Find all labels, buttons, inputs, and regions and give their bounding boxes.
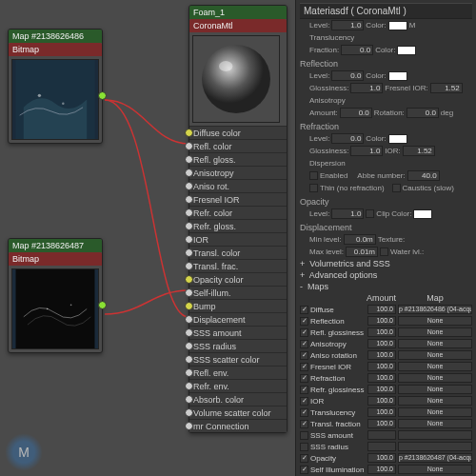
output-socket[interactable] (98, 301, 107, 309)
ior-spinner[interactable]: 1.52 (403, 146, 435, 156)
map-amount-spinner[interactable]: 100.0 (367, 350, 396, 360)
slot-sss-radius[interactable]: SSS radius (189, 339, 287, 352)
map-slot-button[interactable]: None (398, 316, 472, 326)
clip-checkbox[interactable] (366, 209, 374, 218)
slot-ior[interactable]: IOR (189, 232, 287, 246)
water-checkbox[interactable] (380, 248, 388, 256)
slot-transl-color[interactable]: Transl. color (189, 246, 287, 259)
input-socket[interactable] (185, 248, 193, 257)
maps-rollout[interactable]: - Maps (300, 281, 472, 292)
map-enable-checkbox[interactable]: ✓ (300, 328, 308, 337)
map-enable-checkbox[interactable]: ✓ (300, 420, 308, 428)
input-socket[interactable] (185, 235, 193, 244)
opacity-color-swatch[interactable] (413, 209, 432, 219)
input-socket[interactable] (185, 129, 193, 137)
input-socket[interactable] (185, 395, 193, 404)
refr-color-swatch[interactable] (388, 134, 407, 144)
input-socket[interactable] (185, 342, 193, 350)
input-socket[interactable] (185, 195, 193, 204)
bitmap-node-1[interactable]: Map #2138626486 Bitmap (8, 29, 103, 144)
slot-refl-env-[interactable]: Refl. env. (189, 366, 287, 379)
map-amount-spinner[interactable]: 100.0 (367, 465, 396, 474)
slot-fresnel-ior[interactable]: Fresnel IOR (189, 192, 287, 206)
level-spinner[interactable]: 1.0 (331, 20, 364, 30)
input-socket[interactable] (185, 155, 193, 164)
map-slot-button[interactable]: None (398, 419, 472, 428)
map-slot-button[interactable]: None (398, 327, 472, 337)
slot-refr-color[interactable]: Refr. color (189, 206, 287, 219)
map-amount-spinner[interactable]: 100.0 (367, 396, 396, 406)
map-enable-checkbox[interactable]: ✓ (300, 374, 308, 383)
input-socket[interactable] (185, 182, 193, 190)
map-amount-spinner[interactable] (367, 442, 396, 451)
slot-sss-scatter-color[interactable]: SSS scatter color (189, 352, 287, 366)
output-socket[interactable] (98, 91, 107, 100)
slot-refl-color[interactable]: Refl. color (189, 139, 287, 152)
map-enable-checkbox[interactable]: ✓ (300, 340, 308, 348)
opacity-spinner[interactable]: 1.0 (331, 208, 364, 219)
map-amount-spinner[interactable]: 100.0 (367, 373, 396, 383)
map-enable-checkbox[interactable]: ✓ (300, 351, 308, 360)
map-enable-checkbox[interactable]: ✓ (300, 386, 308, 394)
slot-transl-frac-[interactable]: Transl. frac. (189, 259, 287, 272)
map-amount-spinner[interactable]: 100.0 (367, 327, 396, 337)
map-enable-checkbox[interactable] (300, 431, 308, 440)
input-socket[interactable] (185, 275, 193, 284)
map-slot-button[interactable]: None (398, 407, 472, 417)
map-enable-checkbox[interactable]: ✓ (300, 408, 308, 417)
map-enable-checkbox[interactable]: ✓ (300, 363, 308, 371)
dispersion-checkbox[interactable] (309, 171, 318, 180)
input-socket[interactable] (185, 328, 193, 337)
refl-gloss-spinner[interactable]: 1.0 (350, 83, 383, 93)
map-slot-button[interactable]: None (398, 465, 472, 474)
input-socket[interactable] (185, 288, 193, 297)
map-slot-button[interactable]: p #2138626487 (04-acqua-Hi.b (398, 453, 472, 463)
input-socket[interactable] (185, 382, 193, 390)
fresnel-spinner[interactable]: 1.52 (430, 83, 463, 93)
material-node[interactable]: Foam_1 CoronaMtl Diffuse colorRefl. colo… (188, 5, 288, 433)
input-socket[interactable] (185, 315, 193, 324)
slot-anisotropy[interactable]: Anisotropy (189, 166, 287, 179)
slot-refr-env-[interactable]: Refr. env. (189, 379, 287, 392)
disp-max-spinner[interactable]: 0.01m (346, 247, 378, 257)
slot-diffuse-color[interactable]: Diffuse color (189, 126, 287, 139)
advanced-rollout[interactable]: + Advanced options (300, 269, 472, 281)
map-slot-button[interactable]: p #2138626486 (04-acqua-Hi.jp (398, 305, 472, 314)
map-slot-button[interactable]: None (398, 373, 472, 383)
map-slot-button[interactable]: None (398, 362, 472, 371)
input-socket[interactable] (185, 408, 193, 417)
slot-absorb-color[interactable]: Absorb. color (189, 392, 287, 406)
map-amount-spinner[interactable]: 100.0 (367, 419, 396, 428)
map-slot-button[interactable]: None (398, 396, 472, 406)
bitmap-node-2[interactable]: Map #2138626487 Bitmap (8, 238, 103, 353)
transl-color-swatch[interactable] (397, 46, 416, 55)
slot-volume-scatter-color[interactable]: Volume scatter color (189, 406, 287, 419)
slot-displacement[interactable]: Displacement (189, 312, 287, 326)
map-amount-spinner[interactable]: 100.0 (367, 305, 396, 314)
volumetrics-rollout[interactable]: + Volumetrics and SSS (300, 258, 472, 269)
slot-aniso-rot-[interactable]: Aniso rot. (189, 179, 287, 192)
map-enable-checkbox[interactable] (300, 443, 308, 451)
map-amount-spinner[interactable]: 100.0 (367, 339, 396, 348)
map-enable-checkbox[interactable]: ✓ (300, 306, 308, 314)
input-socket[interactable] (185, 142, 193, 150)
aniso-spinner[interactable]: 0.0 (340, 108, 372, 118)
slot-bump[interactable]: Bump (189, 299, 287, 312)
map-enable-checkbox[interactable]: ✓ (300, 466, 308, 474)
fraction-spinner[interactable]: 0.0 (341, 45, 373, 55)
refr-gloss-spinner[interactable]: 1.0 (350, 146, 383, 156)
input-socket[interactable] (185, 422, 193, 430)
map-amount-spinner[interactable]: 100.0 (367, 385, 396, 394)
slot-sss-amount[interactable]: SSS amount (189, 326, 287, 339)
map-slot-button[interactable]: None (398, 339, 472, 348)
map-amount-spinner[interactable]: 100.0 (367, 407, 396, 417)
input-socket[interactable] (185, 262, 193, 270)
map-slot-button[interactable] (398, 430, 472, 440)
map-enable-checkbox[interactable]: ✓ (300, 397, 308, 406)
map-amount-spinner[interactable]: 100.0 (367, 453, 396, 463)
input-socket[interactable] (185, 355, 193, 364)
input-socket[interactable] (185, 302, 193, 310)
input-socket[interactable] (185, 208, 193, 217)
input-socket[interactable] (185, 169, 193, 177)
caustics-checkbox[interactable] (392, 184, 401, 192)
